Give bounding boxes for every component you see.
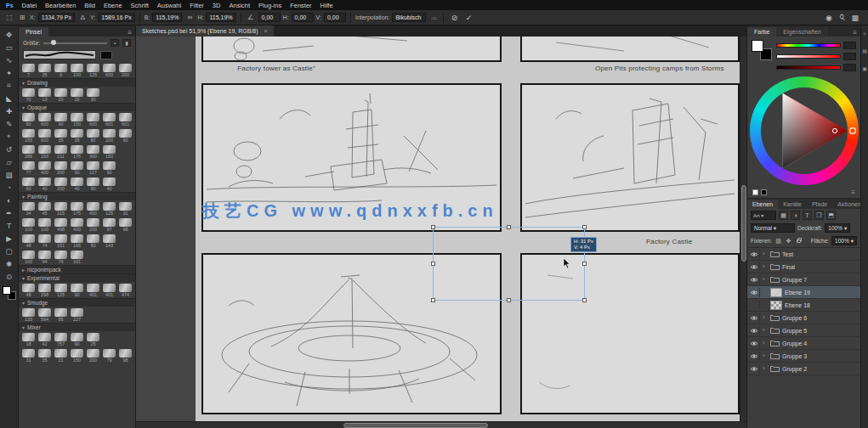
brush-preset[interactable]: 40: [101, 177, 117, 192]
vertical-scrollbar-thumb[interactable]: [741, 185, 746, 262]
interpolation-select[interactable]: Bikubisch: [392, 13, 426, 22]
disclosure-arrow-icon[interactable]: ›: [763, 341, 768, 346]
brush-preset[interactable]: 474: [117, 283, 133, 298]
layer-row-test[interactable]: ›Test: [747, 248, 860, 261]
tab-pinsel[interactable]: Pinsel: [19, 27, 48, 37]
y-input[interactable]: 1589,16 Px: [98, 13, 134, 22]
tab-eigenschaften[interactable]: Eigenschaften: [776, 27, 827, 37]
brush-preset[interactable]: 48: [20, 283, 37, 298]
transform-handle-e[interactable]: [582, 262, 587, 266]
brush-preset[interactable]: 401: [85, 283, 101, 298]
brush-preset[interactable]: 193: [37, 144, 53, 160]
tab-kan-le[interactable]: Kanäle: [778, 200, 807, 209]
layer-row-gruppe-5[interactable]: ›Gruppe 5: [747, 324, 860, 337]
foreground-color-swatch[interactable]: [3, 286, 11, 295]
brush-view-large-button[interactable]: ▮: [122, 39, 131, 47]
visibility-toggle[interactable]: [749, 313, 760, 323]
menu-hilfe[interactable]: Hilfe: [316, 2, 338, 9]
angle-input[interactable]: 0,00: [258, 13, 281, 22]
visibility-toggle[interactable]: [749, 301, 760, 310]
warp-mode-icon[interactable]: ⌓: [428, 14, 439, 22]
brush-preset[interactable]: 400: [69, 217, 85, 233]
disclosure-arrow-icon[interactable]: ›: [763, 315, 768, 320]
menu-filter[interactable]: Filter: [185, 2, 208, 9]
saturation-brightness-triangle[interactable]: [750, 76, 859, 185]
brush-preset[interactable]: 94: [37, 250, 53, 265]
brush-preset[interactable]: 34: [20, 201, 37, 217]
tool-eraser-icon[interactable]: ▱: [2, 155, 17, 168]
brush-preset[interactable]: 74: [37, 234, 53, 249]
disclosure-arrow-icon[interactable]: ▾: [22, 80, 25, 86]
layer-thumbnail[interactable]: [770, 301, 782, 310]
brush-preset[interactable]: 25: [85, 332, 101, 347]
v-skew-input[interactable]: 0,00: [324, 13, 346, 22]
brush-group-opaque[interactable]: ▾Opaque: [19, 103, 135, 111]
layer-row-ebene-18[interactable]: Ebene 18: [747, 299, 860, 312]
menu-plug-ins[interactable]: Plug-ins: [254, 2, 286, 9]
brush-preset[interactable]: 200: [117, 63, 133, 78]
layer-row-gruppe-2[interactable]: ›Gruppe 2: [747, 363, 860, 375]
disclosure-arrow-icon[interactable]: ›: [763, 251, 768, 256]
lock-transparency-icon[interactable]: ▨: [774, 238, 782, 245]
h-skew-input[interactable]: 0,00: [292, 13, 314, 22]
brush-preset[interactable]: 98: [117, 217, 133, 233]
brush-preset[interactable]: 74: [53, 250, 69, 265]
history-panel-icon[interactable]: ▤: [862, 48, 867, 54]
tool-lasso-icon[interactable]: ∿: [2, 54, 17, 66]
brush-preset[interactable]: 200: [53, 177, 69, 192]
layer-row-final[interactable]: ›Final: [747, 261, 860, 273]
brush-preset[interactable]: 42: [37, 332, 53, 347]
disclosure-arrow-icon[interactable]: ›: [763, 366, 768, 371]
brush-preset[interactable]: 7: [20, 63, 37, 78]
visibility-toggle[interactable]: [749, 288, 760, 297]
brush-preset[interactable]: 286: [20, 144, 37, 160]
visibility-toggle[interactable]: [749, 364, 760, 374]
brush-preset[interactable]: 151: [53, 234, 69, 249]
brush-preset[interactable]: 90: [85, 177, 101, 192]
disclosure-arrow-icon[interactable]: ›: [763, 264, 768, 269]
brush-preset[interactable]: 400: [85, 201, 101, 217]
brush-preset[interactable]: 35: [37, 63, 53, 78]
brush-preset[interactable]: 166: [69, 234, 85, 249]
document-tab[interactable]: Sketches.psd bei 51,9% (Ebene 19, RGB/8)…: [136, 25, 274, 37]
visibility-toggle[interactable]: [749, 262, 760, 272]
saturation-slider[interactable]: [776, 54, 841, 59]
brush-color-swatch[interactable]: [100, 51, 112, 59]
brush-preset[interactable]: 90: [117, 128, 133, 144]
transform-handle-w[interactable]: [431, 262, 435, 266]
menu-bild[interactable]: Bild: [80, 2, 99, 9]
disclosure-arrow-icon[interactable]: ›: [763, 353, 768, 358]
tab-pfade[interactable]: Pfade: [807, 200, 832, 209]
tool-gradient-icon[interactable]: ▨: [2, 168, 17, 181]
brush-preset[interactable]: 80: [85, 128, 101, 144]
close-tab-icon[interactable]: ×: [264, 28, 268, 34]
disclosure-arrow-icon[interactable]: ▸: [22, 267, 25, 273]
fill-input[interactable]: 100% ▾: [831, 236, 857, 245]
brush-preset[interactable]: 70: [20, 87, 37, 103]
menu-bearbeiten[interactable]: Bearbeiten: [41, 2, 80, 9]
share-icon[interactable]: ◉: [825, 14, 832, 22]
blend-mode-select[interactable]: Normal ▾: [751, 223, 795, 233]
brush-preset[interactable]: 45: [37, 201, 53, 217]
disclosure-arrow-icon[interactable]: ▾: [22, 194, 25, 200]
brush-preset[interactable]: 125: [53, 283, 69, 298]
tool-quick-selection-icon[interactable]: ✦: [2, 66, 17, 79]
brush-preset[interactable]: 155: [20, 128, 37, 144]
brush-preset[interactable]: 50: [85, 234, 101, 249]
brush-group-drawing[interactable]: ▾Drawing: [19, 78, 135, 87]
mini-background-swatch[interactable]: [761, 189, 767, 195]
layer-thumbnail[interactable]: [770, 288, 782, 297]
brush-preset[interactable]: 125: [85, 63, 101, 78]
delta-icon[interactable]: Δ: [77, 14, 88, 21]
lock-all-icon[interactable]: [797, 239, 801, 243]
brush-preset[interactable]: 564: [37, 307, 53, 323]
color-panel-menu-icon[interactable]: ≡: [851, 189, 855, 196]
brush-preset[interactable]: 100: [37, 217, 53, 233]
brush-preset[interactable]: 90: [101, 160, 117, 176]
tool-blur-icon[interactable]: ◔: [2, 181, 17, 194]
mini-foreground-swatch[interactable]: [752, 189, 758, 195]
brush-preset[interactable]: 60: [20, 112, 37, 127]
brush-preset[interactable]: 90: [53, 112, 69, 127]
brush-preset[interactable]: 215: [53, 201, 69, 217]
brush-preset[interactable]: 97: [101, 217, 117, 233]
